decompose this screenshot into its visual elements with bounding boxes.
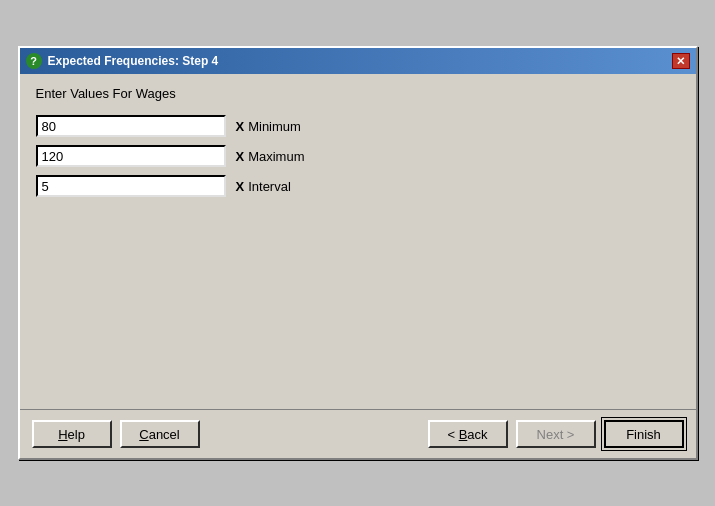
minimum-text: Minimum xyxy=(248,119,301,134)
button-group-right: < Back Next > Finish xyxy=(428,420,684,448)
cancel-button[interactable]: Cancel xyxy=(120,420,200,448)
maximum-x-mark: X xyxy=(236,149,245,164)
help-button[interactable]: Help xyxy=(32,420,112,448)
interval-input[interactable] xyxy=(36,175,226,197)
window-title: Expected Frequencies: Step 4 xyxy=(48,54,219,68)
button-bar: Help Cancel < Back Next > Finish xyxy=(20,409,696,458)
interval-x-mark: X xyxy=(236,179,245,194)
main-window: ? Expected Frequencies: Step 4 ✕ Enter V… xyxy=(18,46,698,460)
minimum-input[interactable] xyxy=(36,115,226,137)
finish-button[interactable]: Finish xyxy=(604,420,684,448)
maximum-row: X Maximum xyxy=(36,145,680,167)
interval-label: X Interval xyxy=(236,179,291,194)
interval-text: Interval xyxy=(248,179,291,194)
back-button[interactable]: < Back xyxy=(428,420,508,448)
finish-label: Finish xyxy=(626,427,661,442)
maximum-text: Maximum xyxy=(248,149,304,164)
fields-area: X Minimum X Maximum X Interval xyxy=(36,115,680,197)
maximum-input[interactable] xyxy=(36,145,226,167)
title-bar: ? Expected Frequencies: Step 4 ✕ xyxy=(20,48,696,74)
minimum-x-mark: X xyxy=(236,119,245,134)
title-bar-left: ? Expected Frequencies: Step 4 xyxy=(26,53,219,69)
minimum-label: X Minimum xyxy=(236,119,301,134)
maximum-label: X Maximum xyxy=(236,149,305,164)
minimum-row: X Minimum xyxy=(36,115,680,137)
next-label: Next > xyxy=(537,427,575,442)
window-body: Enter Values For Wages X Minimum X Maxim… xyxy=(20,74,696,409)
interval-row: X Interval xyxy=(36,175,680,197)
section-label: Enter Values For Wages xyxy=(36,86,680,101)
spacer xyxy=(36,217,680,397)
help-icon: ? xyxy=(26,53,42,69)
button-group-left: Help Cancel xyxy=(32,420,200,448)
close-button[interactable]: ✕ xyxy=(672,53,690,69)
next-button[interactable]: Next > xyxy=(516,420,596,448)
